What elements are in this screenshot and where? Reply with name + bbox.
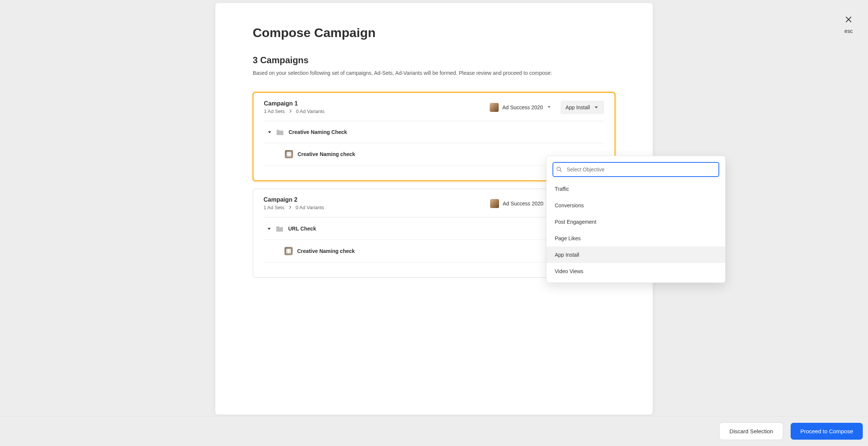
discard-button[interactable]: Discard Selection (719, 422, 783, 440)
objective-search-input[interactable] (552, 162, 719, 177)
ad-variants-count: 0 Ad Variants (296, 109, 324, 114)
chevron-right-icon (288, 205, 292, 210)
search-icon (556, 167, 562, 172)
campaign-head-left: Campaign 1 1 Ad Sets 0 Ad Variants (264, 100, 324, 114)
close-region: esc (844, 15, 853, 34)
objective-option-app-install[interactable]: App Install (547, 247, 725, 263)
campaign-meta: 1 Ad Sets 0 Ad Variants (264, 109, 324, 114)
tree-creative-label: Creative Naming check (298, 151, 355, 157)
page-title: Compose Campaign (253, 25, 615, 40)
chevron-right-icon (289, 109, 292, 114)
tree-folder-label: URL Check (288, 226, 316, 232)
ad-sets-count: 1 Ad Sets (264, 109, 285, 114)
avatar (490, 199, 499, 208)
campaigns-description: Based on your selection following set of… (253, 69, 612, 77)
campaign-header: Campaign 1 1 Ad Sets 0 Ad Variants Ad Su… (253, 93, 615, 121)
account-selector[interactable]: Ad Success 2020 (490, 103, 551, 112)
chevron-down-icon (594, 105, 599, 110)
objective-option-video-views[interactable]: Video Views (547, 263, 725, 279)
caret-down-icon[interactable] (268, 129, 271, 135)
tree-folder-row[interactable]: Creative Naming Check (264, 121, 604, 143)
footer-bar: Discard Selection Proceed to Compose (0, 416, 868, 446)
objective-option-post-engagement[interactable]: Post Engagement (547, 214, 725, 230)
caret-down-icon[interactable] (267, 226, 271, 232)
objective-option-conversions[interactable]: Conversions (547, 197, 725, 214)
account-name: Ad Success 2020 (502, 104, 543, 110)
folder-icon (276, 224, 284, 233)
campaigns-count-title: 3 Campaigns (253, 55, 615, 65)
account-name: Ad Success 2020 (503, 201, 544, 207)
tree-creative-label: Creative Naming check (297, 248, 355, 254)
folder-icon (276, 128, 284, 136)
svg-point-0 (557, 167, 561, 171)
campaign-meta: 1 Ad Sets 0 Ad Variants (264, 205, 324, 210)
creative-icon (285, 150, 293, 158)
ad-sets-count: 1 Ad Sets (264, 205, 284, 210)
proceed-button[interactable]: Proceed to Compose (791, 423, 863, 440)
esc-label: esc (844, 28, 853, 34)
objective-label: App Install (566, 104, 590, 110)
ad-variants-count: 0 Ad Variants (296, 205, 324, 210)
objective-search-wrap (552, 162, 719, 177)
close-icon[interactable] (844, 15, 853, 25)
chevron-down-icon (547, 104, 551, 110)
objective-option-page-likes[interactable]: Page Likes (547, 230, 725, 247)
campaign-head-left: Campaign 2 1 Ad Sets 0 Ad Variants (264, 196, 324, 210)
objective-selector[interactable]: App Install (560, 101, 604, 114)
objective-option-traffic[interactable]: Traffic (547, 181, 725, 197)
campaign-name: Campaign 1 (264, 100, 324, 107)
objective-dropdown: Traffic Conversions Post Engagement Page… (546, 156, 726, 283)
account-selector[interactable]: Ad Success 2020 (490, 199, 552, 208)
campaign-head-right: Ad Success 2020 App Install (490, 101, 604, 114)
tree-folder-label: Creative Naming Check (289, 129, 347, 135)
creative-icon (284, 247, 293, 255)
campaign-name: Campaign 2 (264, 196, 324, 203)
avatar (490, 103, 499, 112)
